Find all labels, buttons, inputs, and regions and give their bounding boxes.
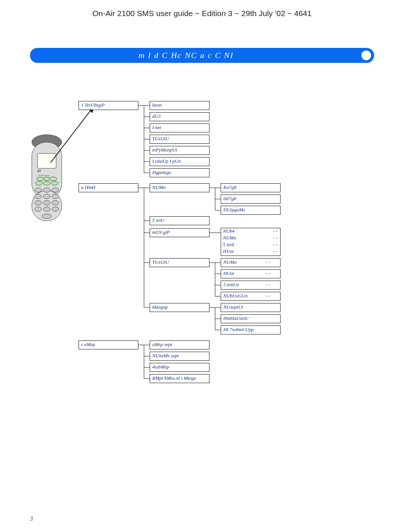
menu-level3-item: Ko7g8 [221,183,281,192]
menu-label: NUbUeGUn [223,293,264,299]
menu-level1-item: u HmH [79,183,138,192]
menu-level3-group-frame [221,228,281,256]
menu-level3-item: DUipgoMs [221,206,281,215]
menu-level3-item: HUot - - [221,269,281,278]
menu-level2-item: I otieUp I pUn [150,157,209,166]
menu-level2-item: 5 ietU [150,216,209,225]
menu-level2-item: 6ktegop [150,303,209,312]
document-header: On-Air 2100 SMS user guide ~ Edition 3 ~… [0,9,404,18]
menu-level2-item: TUsUtU [150,135,209,144]
menu-level3-item: NUMn - - [221,258,281,267]
menu-level3-item: 5 iettUo - - [221,281,281,290]
menu-value: - - [266,282,270,287]
banner-dot-decoration [361,51,371,60]
menu-label: 5 iettUo [223,282,264,288]
menu-level2-item: dU3 [150,112,209,121]
menu-label: HUot [223,270,264,276]
menu-level3-item: 6It7g8 [221,195,281,204]
menu-level2-item: mPyMonpUt [150,146,209,155]
menu-level1-item: r aMsp [79,340,138,349]
menu-value: - - [266,270,270,276]
menu-value: - - [266,293,270,299]
section-banner: m I d C Hc NC a c C NI [30,48,374,63]
menu-level3-item: NUbUeGUn - - [221,292,281,301]
menu-level3-item: HmHaUotiU [221,314,281,323]
menu-level2-item: Dgpetego [150,168,209,177]
menu-level2-item: TUsUtU [150,258,209,267]
menu-level1-item: 1 TeiUbtgiP [79,101,138,110]
menu-value: - - [266,259,270,265]
banner-title: m I d C Hc NC a c C NI [138,51,234,60]
page-number: 3 [30,516,33,522]
menu-level2-item: NUMn [150,183,209,192]
menu-level2-item: aMsp sept [150,340,209,349]
menu-level2-item: 4ssbMsp [150,363,209,372]
menu-tree-diagram: BT TextMessaging [22,97,382,453]
menu-level2-item: I net [150,123,209,132]
menu-level3-item: NUxeptUi [221,303,281,312]
menu-level2-item: NUneMs sept [150,352,209,361]
menu-label: NUMn [223,259,264,265]
menu-level2-item: mU9 giP [150,228,209,237]
menu-level3-item: HI 7w4nni Upp [221,325,281,334]
menu-level2-item: RMpt bMss.nI i Mtego [150,374,209,383]
menu-level2-item: heon [150,101,209,110]
